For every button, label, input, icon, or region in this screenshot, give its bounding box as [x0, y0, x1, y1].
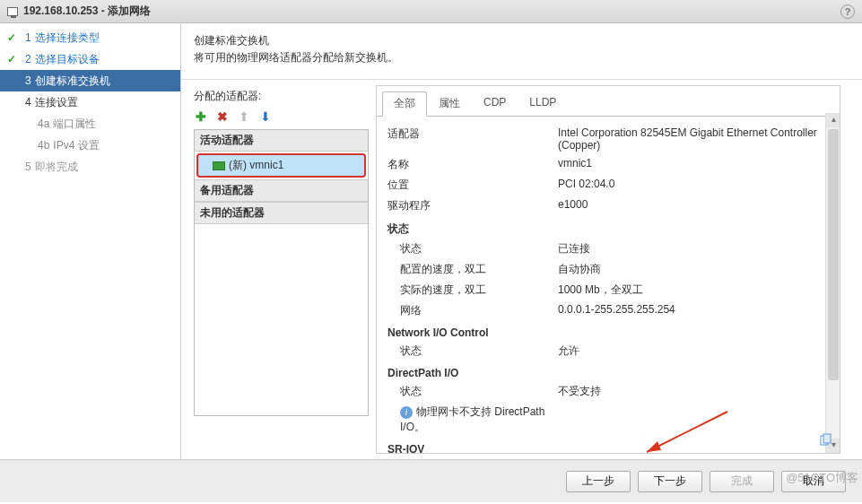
arrow-down-icon[interactable]: ⬇	[258, 109, 273, 124]
group-nio: Network I/O Control	[387, 321, 829, 341]
adapter-item-vmnic1[interactable]: (新) vmnic1	[196, 153, 366, 178]
prop-label: 适配器	[387, 126, 558, 152]
instruction-area: 创建标准交换机 将可用的物理网络适配器分配给新交换机。	[181, 23, 862, 80]
group-active[interactable]: 活动适配器	[195, 130, 368, 152]
prop-label: 实际的速度，双工	[387, 282, 558, 298]
vertical-scrollbar[interactable]: ▴ ▾	[825, 113, 840, 453]
details-pane: 全部 属性 CDP LLDP 适配器Intel Corporation 8254…	[376, 85, 840, 454]
monitor-icon	[7, 7, 18, 16]
prop-label: 状态	[387, 241, 558, 256]
back-button[interactable]: 上一步	[566, 471, 631, 492]
step-4b: 4b IPv4 设置	[0, 135, 180, 156]
window-title: 192.168.10.253 - 添加网络	[23, 4, 151, 19]
adapter-list[interactable]: 活动适配器 (新) vmnic1 备用适配器 未用的适配器	[194, 129, 369, 416]
info-icon: i	[400, 406, 413, 419]
step-5: ✓ 5 即将完成	[0, 156, 180, 178]
group-unused[interactable]: 未用的适配器	[195, 202, 368, 224]
prop-value: 1000 Mb，全双工	[558, 282, 829, 298]
check-icon: ✓	[7, 31, 20, 44]
prop-value: Intel Corporation 82545EM Gigabit Ethern…	[558, 126, 829, 152]
add-icon[interactable]: ✚	[194, 109, 208, 124]
prop-label: 配置的速度，双工	[387, 262, 558, 277]
details-tabs: 全部 属性 CDP LLDP	[377, 86, 840, 117]
step-1[interactable]: ✓ 1 选择连接类型	[0, 27, 180, 48]
info-row: i物理网卡不支持 DirectPath I/O。	[387, 404, 558, 435]
next-button[interactable]: 下一步	[638, 471, 702, 492]
arrow-up-icon[interactable]: ⬆	[237, 109, 251, 124]
prop-value: 自动协商	[558, 262, 829, 277]
prop-value: PCI 02:04.0	[558, 178, 829, 193]
prop-value: 不受支持	[558, 384, 829, 399]
prop-label: 网络	[387, 303, 558, 318]
step-4a: 4a 端口属性	[0, 113, 180, 135]
tab-props[interactable]: 属性	[427, 91, 472, 116]
step-3[interactable]: ✓ 3 创建标准交换机	[0, 70, 180, 91]
delete-icon[interactable]: ✖	[215, 109, 230, 124]
nic-icon	[213, 161, 225, 170]
wizard-footer: 上一步 下一步 完成 取消	[0, 459, 862, 502]
svg-rect-1	[823, 434, 831, 443]
check-icon: ✓	[7, 53, 20, 65]
instruct-title: 创建标准交换机	[194, 32, 849, 49]
copy-icon[interactable]	[818, 433, 832, 448]
prop-label: 驱动程序	[387, 198, 558, 213]
prop-value: 已连接	[558, 241, 829, 256]
group-standby[interactable]: 备用适配器	[195, 179, 368, 202]
scroll-thumb[interactable]	[828, 129, 839, 380]
watermark: @51CTO博客	[786, 470, 858, 486]
adapter-toolbar: ✚ ✖ ⬆ ⬇	[194, 109, 369, 124]
prop-value: e1000	[558, 198, 829, 213]
prop-label: 状态	[387, 384, 558, 399]
wizard-steps-sidebar: ✓ 1 选择连接类型 ✓ 2 选择目标设备 ✓ 3 创建标准交换机 ✓ 4 连接…	[0, 23, 181, 459]
scroll-up-icon[interactable]: ▴	[826, 113, 840, 127]
prop-label: 名称	[387, 157, 558, 172]
help-icon[interactable]: ?	[840, 4, 855, 19]
group-state: 状态	[387, 216, 829, 239]
instruct-desc: 将可用的物理网络适配器分配给新交换机。	[194, 49, 849, 66]
prop-value: vmnic1	[558, 157, 829, 172]
finish-button: 完成	[710, 471, 774, 492]
adapter-item-label: (新) vmnic1	[229, 158, 283, 173]
prop-label: 位置	[387, 178, 558, 193]
tab-cdp[interactable]: CDP	[472, 91, 518, 116]
group-sriov: SR-IOV	[387, 438, 829, 453]
assigned-adapters-label: 分配的适配器:	[194, 89, 369, 104]
prop-value: 0.0.0.1-255.255.255.254	[558, 303, 829, 318]
step-2[interactable]: ✓ 2 选择目标设备	[0, 48, 180, 70]
prop-value: 允许	[558, 343, 829, 359]
group-directpath: DirectPath I/O	[387, 361, 829, 381]
prop-label: 状态	[387, 343, 558, 359]
step-4: ✓ 4 连接设置	[0, 91, 180, 113]
properties-body: 适配器Intel Corporation 82545EM Gigabit Eth…	[377, 117, 840, 453]
tab-lldp[interactable]: LLDP	[518, 91, 568, 116]
title-bar: 192.168.10.253 - 添加网络 ?	[0, 0, 862, 23]
tab-all[interactable]: 全部	[382, 91, 427, 117]
